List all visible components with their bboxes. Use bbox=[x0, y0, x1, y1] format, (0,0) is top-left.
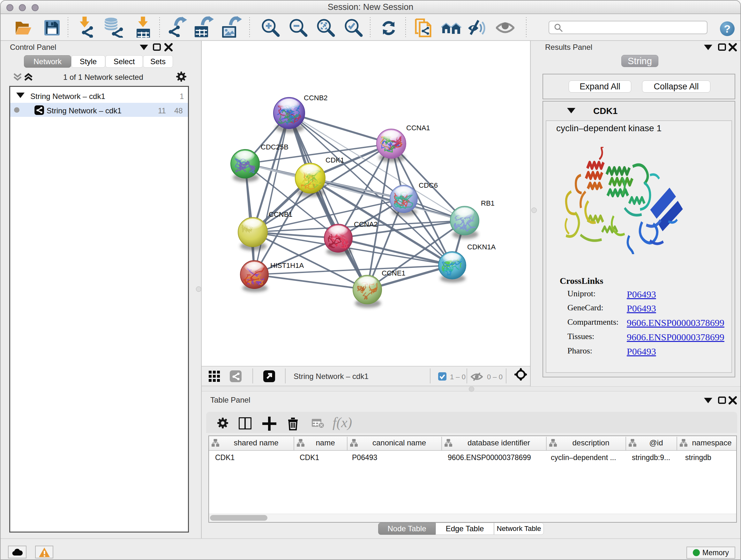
svg-text:CDC25B: CDC25B bbox=[261, 143, 288, 151]
svg-text:CDC6: CDC6 bbox=[419, 181, 438, 189]
svg-text:CCNB2: CCNB2 bbox=[304, 94, 328, 102]
svg-text:CDKN1A: CDKN1A bbox=[467, 243, 496, 251]
svg-text:RB1: RB1 bbox=[481, 199, 495, 207]
svg-text:CDK1: CDK1 bbox=[326, 156, 344, 164]
svg-text:HIST1H1A: HIST1H1A bbox=[270, 261, 304, 269]
svg-text:CCNB1: CCNB1 bbox=[269, 210, 293, 219]
svg-text:CCNA1: CCNA1 bbox=[406, 124, 430, 132]
svg-text:CCNE1: CCNE1 bbox=[382, 269, 406, 277]
svg-text:CCNA2: CCNA2 bbox=[354, 220, 378, 228]
